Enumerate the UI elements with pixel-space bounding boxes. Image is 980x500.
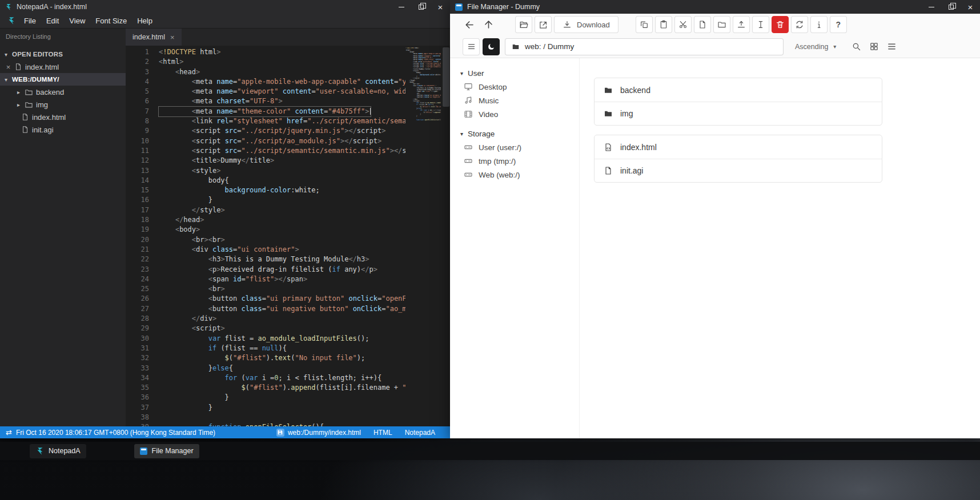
menu-item-view[interactable]: View [64, 14, 90, 27]
restore-button[interactable] [411, 0, 431, 14]
close-button[interactable]: × [961, 0, 980, 14]
paste-button[interactable] [655, 16, 672, 33]
tree-item-init-agi[interactable]: init.agi [0, 123, 126, 136]
code-line-20[interactable]: <br><br> [159, 235, 405, 245]
theme-toggle-button[interactable] [483, 38, 500, 55]
code-line-10[interactable]: <script src="../script/ao_module.js"></s… [159, 136, 405, 146]
code-line-21[interactable]: <div class="ui container"> [159, 245, 405, 255]
sidebar-item-desktop[interactable]: Desktop [450, 80, 579, 94]
code-line-1[interactable]: <!DOCTYPE html> [159, 47, 405, 57]
up-button[interactable] [481, 18, 496, 32]
code-line-17[interactable]: </style> [159, 205, 405, 215]
address-bar[interactable]: web: / Dummy [505, 38, 784, 55]
close-button[interactable]: × [431, 0, 450, 14]
code-line-8[interactable]: <link rel="stylesheet" href="../script/s… [159, 116, 405, 126]
tree-item-index-html[interactable]: index.html [0, 111, 126, 123]
minimize-button[interactable] [922, 0, 941, 14]
code-line-18[interactable]: </head> [159, 215, 405, 225]
menu-item-font-size[interactable]: Font Size [90, 14, 132, 27]
tree-item-img[interactable]: ▸ img [0, 98, 126, 111]
code-line-24[interactable]: <span id="flist"></span> [159, 275, 405, 284]
open-external-button[interactable] [535, 16, 552, 33]
code-line-35[interactable]: $("#flist").append(flist[i].filename + "… [159, 383, 405, 393]
code-line-33[interactable]: }else{ [159, 364, 405, 373]
code-line-30[interactable]: var flist = ao_module_loadInputFiles(); [159, 334, 405, 344]
copy-button[interactable] [636, 16, 653, 33]
code-line-28[interactable]: </div> [159, 314, 405, 324]
code-line-26[interactable]: <button class="ui primary button" onclic… [159, 294, 405, 304]
list-view-button[interactable] [887, 42, 897, 51]
refresh-button[interactable] [791, 16, 808, 33]
restore-button[interactable] [941, 0, 961, 14]
code-line-14[interactable]: body{ [159, 176, 405, 186]
filemanager-titlebar[interactable]: File Manager - Dummy × [450, 0, 980, 14]
new-file-button[interactable] [694, 16, 711, 33]
code-line-4[interactable]: <meta name="apple-mobile-web-app-capable… [159, 77, 405, 87]
minimap[interactable]: <!DOCTYPE html><html> <head> <meta name=… [405, 47, 441, 162]
code-line-12[interactable]: <title>Dummy</title> [159, 156, 405, 166]
notepada-titlebar[interactable]: NotepadA - index.html × [0, 0, 450, 14]
delete-button[interactable] [772, 16, 789, 33]
code-line-31[interactable]: if (flist == null){ [159, 344, 405, 353]
code-line-37[interactable]: } [159, 403, 405, 413]
workspace-header[interactable]: ▾ WEB:/DUMMY/ [0, 73, 126, 86]
code-line-9[interactable]: <script src="../script/jquery.min.js"></… [159, 126, 405, 136]
sidebar-section-storage[interactable]: ▾ Storage [450, 127, 579, 140]
code-line-27[interactable]: <button class="ui negative button" onCli… [159, 304, 405, 314]
file-row-init-agi[interactable]: init.agi [595, 159, 882, 182]
menu-item-file[interactable]: File [19, 14, 41, 27]
cut-button[interactable] [674, 16, 692, 33]
search-button[interactable] [852, 42, 861, 51]
code-line-5[interactable]: <meta name="viewport" content="user-scal… [159, 87, 405, 96]
grid-view-button[interactable] [869, 42, 879, 51]
new-folder-button[interactable] [713, 16, 730, 33]
open-editor-item[interactable]: × index.html [0, 61, 126, 73]
code-line-29[interactable]: <script> [159, 324, 405, 333]
code-line-19[interactable]: <body> [159, 225, 405, 235]
apps-button[interactable] [5, 443, 22, 458]
scrollbar-thumb[interactable] [443, 47, 449, 107]
upload-button[interactable] [733, 16, 750, 33]
code-line-36[interactable]: } [159, 393, 405, 402]
tab-index-html[interactable]: index.html × [126, 29, 182, 46]
menu-item-edit[interactable]: Edit [41, 14, 64, 27]
taskbar-item-notepada[interactable]: NotepadA [30, 444, 86, 458]
sidebar-item-video[interactable]: Video [450, 107, 579, 121]
taskbar-item-filemanager[interactable]: File Manager [134, 444, 199, 458]
sidebar-item-web-drive[interactable]: Web (web:/) [450, 168, 579, 182]
file-row-index-html[interactable]: index.html [595, 135, 882, 159]
code-line-15[interactable]: background-color:white; [159, 186, 405, 195]
code-line-2[interactable]: <html> [159, 57, 405, 67]
file-row-backend[interactable]: backend [595, 78, 882, 102]
code-line-7[interactable]: <meta name="theme-color" content="#4b75f… [159, 107, 405, 116]
code-line-22[interactable]: <h3>This is a Dummy Testing Module</h3> [159, 255, 405, 264]
rename-button[interactable] [752, 16, 769, 33]
code-line-39[interactable]: function openFileSelector(){ [159, 422, 405, 426]
sort-dropdown[interactable]: Ascending ▾ [795, 43, 838, 51]
code-line-38[interactable] [159, 413, 405, 422]
tab-close-icon[interactable]: × [170, 33, 175, 42]
close-file-icon[interactable]: × [5, 63, 11, 71]
sidebar-item-music[interactable]: Music [450, 94, 579, 107]
back-button[interactable] [463, 18, 477, 32]
code-area[interactable]: <!DOCTYPE html><html> <head> <meta name=… [154, 47, 405, 426]
code-line-13[interactable]: <style> [159, 166, 405, 176]
minimize-button[interactable] [392, 0, 411, 14]
code-line-25[interactable]: <br> [159, 284, 405, 294]
sidebar-item-tmp-drive[interactable]: tmp (tmp:/) [450, 154, 579, 168]
code-line-11[interactable]: <script src="../script/semantic/semantic… [159, 146, 405, 156]
file-row-img[interactable]: img [595, 102, 882, 125]
open-editors-header[interactable]: ▾ OPEN EDITORS [0, 48, 126, 61]
code-line-6[interactable]: <meta charset="UTF-8"> [159, 96, 405, 106]
menu-toggle-button[interactable] [463, 38, 480, 55]
download-button[interactable]: Download [554, 16, 618, 33]
sidebar-section-user[interactable]: ▾ User [450, 66, 579, 80]
menu-item-help[interactable]: Help [132, 14, 158, 27]
code-line-32[interactable]: $("#flist").text("No input file"); [159, 353, 405, 363]
help-button[interactable]: ? [830, 16, 847, 33]
info-button[interactable] [810, 16, 828, 33]
code-line-16[interactable]: } [159, 195, 405, 205]
sidebar-item-user-drive[interactable]: User (user:/) [450, 140, 579, 154]
code-line-34[interactable]: for (var i =0; i < flist.length; i++){ [159, 373, 405, 383]
editor-scrollbar[interactable] [442, 46, 450, 426]
